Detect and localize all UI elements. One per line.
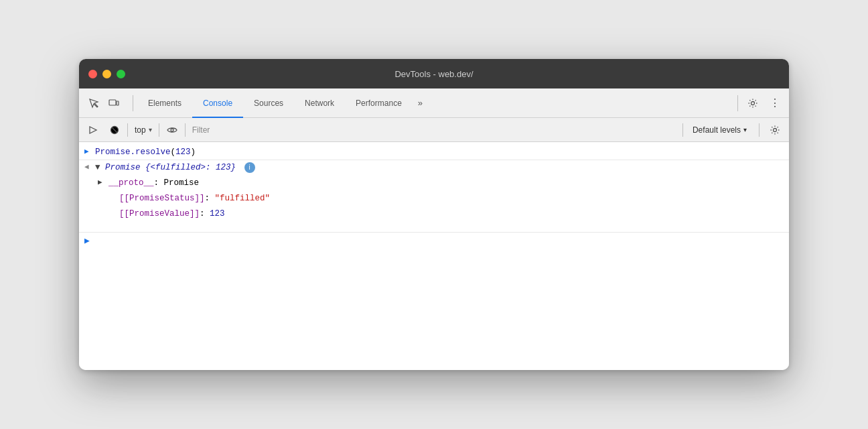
console-line-proto: ▶ __proto__: Promise bbox=[79, 176, 789, 191]
console-divider-1 bbox=[127, 123, 128, 137]
value-spacer: ▶ bbox=[108, 208, 119, 217]
gear-icon bbox=[747, 98, 758, 109]
console-divider-4 bbox=[682, 123, 683, 137]
console-divider-3 bbox=[185, 123, 186, 137]
svg-point-6 bbox=[171, 129, 173, 131]
settings-button[interactable] bbox=[743, 94, 762, 113]
devtools-window: DevTools - web.dev/ Elements Conso bbox=[79, 59, 789, 370]
proto-arrow[interactable]: ▶ bbox=[98, 177, 108, 186]
console-settings-button[interactable] bbox=[766, 121, 784, 139]
console-line-value: ▶ [[PromiseValue]]: 123 bbox=[79, 206, 789, 222]
promise-status-key: [[PromiseStatus]] bbox=[119, 194, 205, 203]
minimize-button[interactable] bbox=[102, 70, 111, 78]
toolbar-icons bbox=[84, 94, 123, 113]
tab-console[interactable]: Console bbox=[192, 89, 243, 118]
promise-status-value: "fulfilled" bbox=[215, 194, 271, 203]
inspect-icon bbox=[88, 98, 99, 109]
console-prompt-line[interactable]: ▶ bbox=[79, 233, 789, 249]
more-options-button[interactable]: ⋮ bbox=[765, 94, 784, 113]
console-divider-2 bbox=[159, 123, 159, 137]
device-toggle-button[interactable] bbox=[104, 94, 123, 113]
svg-rect-0 bbox=[109, 100, 116, 105]
proto-key: __proto__ bbox=[108, 178, 154, 188]
console-output: ▶ Promise.resolve(123) ◀ ▼ Promise {<ful… bbox=[79, 142, 789, 370]
console-toolbar: top ▾ Default levels ▾ bbox=[79, 118, 789, 142]
context-selector[interactable]: top ▾ bbox=[132, 124, 155, 136]
console-right-divider bbox=[759, 123, 760, 137]
promise-value: 123 bbox=[216, 163, 231, 172]
eye-button[interactable] bbox=[163, 121, 181, 139]
titlebar: DevTools - web.dev/ bbox=[79, 59, 789, 88]
toolbar-right: ⋮ bbox=[735, 94, 784, 113]
eye-icon bbox=[167, 126, 177, 134]
tabs-more-button[interactable]: » bbox=[413, 88, 428, 117]
back-arrow: ◀ bbox=[84, 162, 95, 171]
traffic-lights bbox=[88, 70, 125, 78]
clear-console-button[interactable] bbox=[106, 121, 123, 139]
svg-point-7 bbox=[774, 128, 777, 131]
console-line-status: ▶ [[PromiseStatus]]: "fulfilled" bbox=[79, 191, 789, 206]
close-button[interactable] bbox=[88, 70, 97, 78]
tab-performance[interactable]: Performance bbox=[345, 89, 413, 118]
default-levels-button[interactable]: Default levels ▾ bbox=[687, 124, 752, 136]
console-line-input: ▶ Promise.resolve(123) bbox=[79, 145, 789, 160]
status-spacer: ▶ bbox=[108, 192, 119, 202]
svg-rect-1 bbox=[117, 101, 119, 105]
device-icon bbox=[108, 98, 119, 109]
console-separator bbox=[79, 222, 789, 233]
inspect-element-button[interactable] bbox=[84, 94, 103, 113]
run-script-button[interactable] bbox=[84, 121, 102, 139]
tab-network[interactable]: Network bbox=[294, 89, 345, 118]
promise-value-key: [[PromiseValue]] bbox=[119, 209, 200, 219]
console-line-promise: ◀ ▼ Promise {<fulfilled>: 123} i bbox=[79, 160, 789, 176]
prompt-arrow-icon: ▶ bbox=[84, 235, 90, 246]
collapse-arrow[interactable]: ▼ bbox=[95, 163, 100, 172]
maximize-button[interactable] bbox=[117, 70, 125, 78]
more-vert-icon: ⋮ bbox=[770, 97, 780, 109]
chevron-down-icon: ▾ bbox=[149, 126, 152, 133]
run-icon bbox=[88, 125, 98, 135]
clear-icon bbox=[110, 125, 119, 135]
expand-arrow[interactable]: ▶ bbox=[84, 146, 95, 156]
promise-value-num: 123 bbox=[210, 209, 225, 219]
console-gear-icon bbox=[770, 125, 780, 135]
tab-sources[interactable]: Sources bbox=[243, 89, 294, 118]
promise-label: Promise {<fulfilled>: bbox=[105, 163, 216, 172]
console-number: 123 bbox=[175, 147, 191, 157]
toolbar-divider-1 bbox=[133, 95, 133, 111]
proto-value: Promise bbox=[164, 178, 200, 188]
devtools-toolbar: Elements Console Sources Network Perform… bbox=[79, 88, 789, 118]
promise-brace: } bbox=[231, 163, 236, 172]
window-title: DevTools - web.dev/ bbox=[394, 69, 473, 79]
info-badge[interactable]: i bbox=[244, 162, 255, 173]
levels-chevron-icon: ▾ bbox=[743, 126, 747, 133]
filter-input[interactable] bbox=[190, 124, 678, 136]
svg-point-2 bbox=[751, 101, 755, 105]
console-function: Promise.resolve bbox=[95, 147, 171, 157]
toolbar-right-divider bbox=[737, 95, 738, 111]
tab-elements[interactable]: Elements bbox=[137, 89, 192, 118]
svg-marker-3 bbox=[90, 127, 96, 133]
tabs-container: Elements Console Sources Network Perform… bbox=[137, 88, 735, 117]
